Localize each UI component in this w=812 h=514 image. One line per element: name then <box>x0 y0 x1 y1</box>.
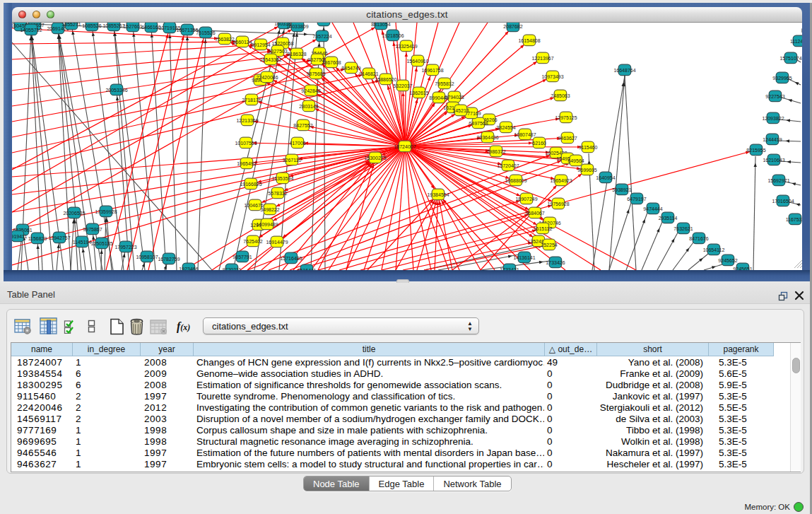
svg-text:1855271: 1855271 <box>61 23 81 27</box>
svg-text:15692971: 15692971 <box>767 178 789 183</box>
svg-text:7955812: 7955812 <box>435 81 454 86</box>
svg-text:7563822: 7563822 <box>215 37 234 42</box>
svg-text:16033809: 16033809 <box>286 24 308 29</box>
svg-text:1923466: 1923466 <box>179 267 198 271</box>
svg-text:9474444: 9474444 <box>643 206 662 211</box>
svg-text:9699695: 9699695 <box>577 168 596 173</box>
svg-text:19166825: 19166825 <box>240 182 261 187</box>
svg-text:20206535: 20206535 <box>63 211 85 216</box>
svg-text:19384554: 19384554 <box>427 192 449 197</box>
svg-text:12213369: 12213369 <box>236 118 258 123</box>
svg-text:3267110: 3267110 <box>283 158 302 163</box>
svg-text:3824554: 3824554 <box>496 125 515 130</box>
svg-text:1615112: 1615112 <box>534 226 553 231</box>
svg-text:1362615: 1362615 <box>409 90 428 95</box>
svg-text:10107553: 10107553 <box>235 141 257 146</box>
svg-text:17957223: 17957223 <box>114 245 136 250</box>
svg-text:9857791: 9857791 <box>233 255 252 259</box>
svg-text:18907249: 18907249 <box>515 197 537 201</box>
svg-text:9245651: 9245651 <box>733 267 752 271</box>
svg-text:7986372: 7986372 <box>486 149 505 154</box>
svg-text:6479197: 6479197 <box>627 197 646 201</box>
svg-text:88130: 88130 <box>317 23 331 23</box>
svg-text:8660124: 8660124 <box>233 40 252 45</box>
svg-text:16648764: 16648764 <box>613 68 635 73</box>
svg-text:6794028: 6794028 <box>445 95 464 100</box>
svg-text:22420046: 22420046 <box>256 75 278 80</box>
svg-text:8427552: 8427552 <box>293 123 312 128</box>
svg-text:1145194: 1145194 <box>73 240 92 245</box>
svg-text:16782759: 16782759 <box>158 257 180 262</box>
svg-text:16961758: 16961758 <box>421 68 443 73</box>
svg-text:15886520: 15886520 <box>375 77 396 82</box>
svg-text:1733421: 1733421 <box>500 267 519 271</box>
svg-text:1733426: 1733426 <box>546 260 565 265</box>
svg-text:2803144: 2803144 <box>299 104 318 109</box>
svg-text:9146821: 9146821 <box>359 71 378 76</box>
svg-text:10807487: 10807487 <box>514 132 536 137</box>
svg-text:12213967: 12213967 <box>531 56 553 61</box>
svg-text:3919411: 3919411 <box>12 234 27 239</box>
svg-text:1167533: 1167533 <box>786 217 802 222</box>
svg-text:13325419: 13325419 <box>395 44 417 49</box>
svg-text:2718176: 2718176 <box>242 98 261 103</box>
svg-text:14055712: 14055712 <box>20 28 42 33</box>
svg-text:7485063: 7485063 <box>551 93 570 98</box>
svg-text:1085526: 1085526 <box>82 23 101 28</box>
svg-text:15751074: 15751074 <box>779 56 801 61</box>
svg-text:3875685: 3875685 <box>306 71 325 76</box>
svg-text:10973493: 10973493 <box>541 74 563 79</box>
svg-text:1527601: 1527601 <box>123 24 142 29</box>
svg-text:1112481: 1112481 <box>790 39 802 44</box>
svg-text:252254: 252254 <box>541 243 557 247</box>
svg-text:16914479: 16914479 <box>266 240 288 245</box>
svg-text:7625402: 7625402 <box>243 239 262 244</box>
svg-text:16210643: 16210643 <box>763 158 784 163</box>
svg-text:8471676: 8471676 <box>689 236 708 241</box>
svg-text:1516411: 1516411 <box>298 268 317 271</box>
svg-text:11353594: 11353594 <box>272 176 294 181</box>
svg-text:15640910: 15640910 <box>406 59 428 64</box>
svg-text:1640954: 1640954 <box>596 175 615 180</box>
svg-text:9720211: 9720211 <box>223 267 242 271</box>
svg-text:20053346: 20053346 <box>105 88 127 93</box>
svg-text:12505135: 12505135 <box>90 241 112 246</box>
svg-text:16154808: 16154808 <box>518 38 540 43</box>
svg-text:10688609: 10688609 <box>505 178 526 183</box>
svg-text:19756928: 19756928 <box>547 201 569 206</box>
svg-text:417006: 417006 <box>289 141 305 146</box>
svg-text:9329965: 9329965 <box>772 76 792 81</box>
svg-text:5578332: 5578332 <box>268 191 287 196</box>
svg-text:14099489: 14099489 <box>256 222 278 227</box>
svg-text:9975867: 9975867 <box>83 227 102 232</box>
svg-text:18724007: 18724007 <box>394 144 416 149</box>
svg-text:14136141: 14136141 <box>513 255 535 260</box>
svg-text:7357224: 7357224 <box>312 34 331 39</box>
svg-text:15300275: 15300275 <box>364 156 386 160</box>
svg-text:19218506: 19218506 <box>382 33 404 38</box>
svg-text:9327503: 9327503 <box>268 49 287 54</box>
svg-text:9684067: 9684067 <box>525 211 544 216</box>
svg-text:15226058: 15226058 <box>271 41 293 46</box>
svg-text:16671355: 16671355 <box>176 28 198 33</box>
svg-text:8186328: 8186328 <box>287 52 306 57</box>
svg-text:9242848: 9242848 <box>301 88 320 93</box>
svg-text:9245652: 9245652 <box>718 258 737 263</box>
svg-text:10958107: 10958107 <box>136 255 158 259</box>
svg-text:15720407: 15720407 <box>497 163 519 168</box>
svg-text:17359928: 17359928 <box>95 209 117 214</box>
svg-text:15716485: 15716485 <box>280 256 302 261</box>
svg-text:8454749: 8454749 <box>341 66 360 71</box>
svg-text:5938921: 5938921 <box>612 187 631 192</box>
svg-text:12942757: 12942757 <box>48 235 70 240</box>
svg-text:6497568: 6497568 <box>469 121 488 126</box>
svg-text:3498222: 3498222 <box>260 207 279 212</box>
svg-text:8215955: 8215955 <box>746 148 765 153</box>
svg-text:1965492: 1965492 <box>237 161 256 166</box>
svg-text:10855267: 10855267 <box>102 23 124 28</box>
svg-text:20364436: 20364436 <box>476 135 498 140</box>
svg-text:10654112: 10654112 <box>703 247 725 252</box>
svg-text:62160: 62160 <box>532 141 546 146</box>
svg-text:1244419: 1244419 <box>763 137 782 142</box>
svg-text:2087682: 2087682 <box>503 24 522 29</box>
